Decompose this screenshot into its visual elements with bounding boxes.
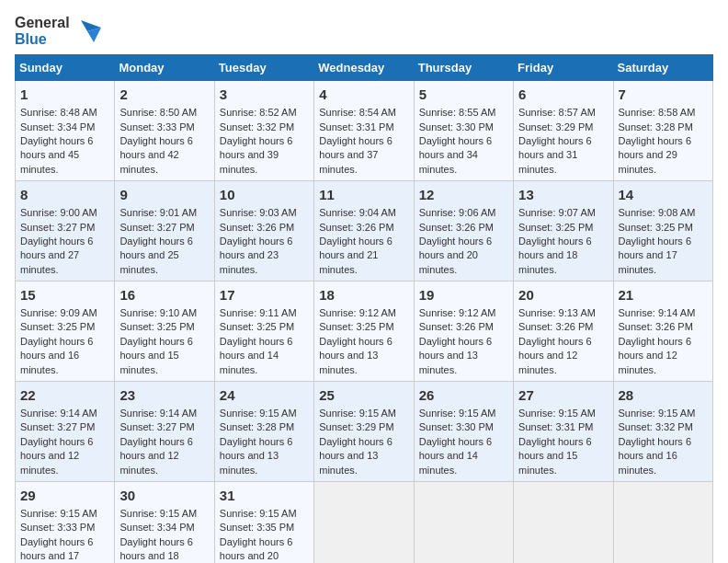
day-number: 9 <box>119 185 209 204</box>
calendar-week-row: 15Sunrise: 9:09 AMSunset: 3:25 PMDayligh… <box>16 282 713 382</box>
daylight: Daylight hours 6 hours and 29 minutes. <box>619 135 692 175</box>
calendar-cell: 29Sunrise: 9:15 AMSunset: 3:33 PMDayligh… <box>16 482 115 564</box>
calendar-week-row: 1Sunrise: 8:48 AMSunset: 3:34 PMDaylight… <box>16 81 713 181</box>
header-monday: Monday <box>115 55 214 81</box>
calendar-cell: 24Sunrise: 9:15 AMSunset: 3:28 PMDayligh… <box>214 382 313 482</box>
day-number: 10 <box>220 185 309 204</box>
sunset: Sunset: 3:27 PM <box>119 222 194 233</box>
sunrise: Sunrise: 8:54 AM <box>319 107 396 118</box>
sunset: Sunset: 3:25 PM <box>119 321 194 332</box>
daylight: Daylight hours 6 hours and 12 minutes. <box>518 336 592 375</box>
sunrise: Sunrise: 8:55 AM <box>419 107 496 118</box>
calendar-cell: 30Sunrise: 9:15 AMSunset: 3:34 PMDayligh… <box>115 482 214 564</box>
sunrise: Sunrise: 9:03 AM <box>220 207 297 218</box>
sunset: Sunset: 3:25 PM <box>518 222 593 233</box>
calendar-header-row: SundayMondayTuesdayWednesdayThursdayFrid… <box>16 55 713 81</box>
sunset: Sunset: 3:25 PM <box>220 321 294 332</box>
sunset: Sunset: 3:31 PM <box>518 421 593 432</box>
daylight: Daylight hours 6 hours and 14 minutes. <box>419 436 493 476</box>
calendar-cell: 6Sunrise: 8:57 AMSunset: 3:29 PMDaylight… <box>514 81 613 181</box>
sunset: Sunset: 3:26 PM <box>319 222 393 233</box>
calendar-cell: 18Sunrise: 9:12 AMSunset: 3:25 PMDayligh… <box>314 282 414 382</box>
sunset: Sunset: 3:31 PM <box>319 121 393 132</box>
header-sunday: Sunday <box>16 55 115 81</box>
daylight: Daylight hours 6 hours and 17 minutes. <box>20 536 94 563</box>
calendar-cell: 13Sunrise: 9:07 AMSunset: 3:25 PMDayligh… <box>514 181 613 282</box>
day-number: 24 <box>220 385 309 405</box>
sunset: Sunset: 3:33 PM <box>20 522 95 533</box>
sunset: Sunset: 3:32 PM <box>619 421 693 432</box>
daylight: Daylight hours 6 hours and 13 minutes. <box>419 336 493 375</box>
calendar-cell: 20Sunrise: 9:13 AMSunset: 3:26 PMDayligh… <box>514 282 613 382</box>
sunrise: Sunrise: 9:15 AM <box>619 408 696 419</box>
sunrise: Sunrise: 9:15 AM <box>119 508 197 519</box>
daylight: Daylight hours 6 hours and 34 minutes. <box>419 135 493 175</box>
sunrise: Sunrise: 9:15 AM <box>220 508 297 519</box>
sunrise: Sunrise: 9:06 AM <box>419 207 496 218</box>
day-number: 6 <box>518 85 608 104</box>
day-number: 16 <box>119 285 209 304</box>
daylight: Daylight hours 6 hours and 12 minutes. <box>619 336 692 375</box>
sunrise: Sunrise: 9:15 AM <box>419 408 496 419</box>
calendar-cell: 2Sunrise: 8:50 AMSunset: 3:33 PMDaylight… <box>115 81 214 181</box>
daylight: Daylight hours 6 hours and 20 minutes. <box>220 536 293 563</box>
logo-line1: General <box>15 15 70 31</box>
sunrise: Sunrise: 9:08 AM <box>619 207 696 218</box>
header-saturday: Saturday <box>613 55 712 81</box>
day-number: 17 <box>220 285 309 304</box>
sunset: Sunset: 3:30 PM <box>419 421 494 432</box>
calendar-cell: 15Sunrise: 9:09 AMSunset: 3:25 PMDayligh… <box>16 282 115 382</box>
sunrise: Sunrise: 9:15 AM <box>20 508 97 519</box>
day-number: 8 <box>20 185 109 204</box>
sunrise: Sunrise: 8:52 AM <box>220 107 297 118</box>
page-header: General Blue <box>15 15 713 47</box>
day-number: 3 <box>220 85 309 104</box>
day-number: 27 <box>518 385 608 405</box>
daylight: Daylight hours 6 hours and 15 minutes. <box>518 436 592 476</box>
daylight: Daylight hours 6 hours and 13 minutes. <box>319 436 392 476</box>
daylight: Daylight hours 6 hours and 13 minutes. <box>220 436 293 476</box>
daylight: Daylight hours 6 hours and 37 minutes. <box>319 135 392 175</box>
calendar-cell: 7Sunrise: 8:58 AMSunset: 3:28 PMDaylight… <box>613 81 712 181</box>
daylight: Daylight hours 6 hours and 13 minutes. <box>319 336 392 375</box>
day-number: 26 <box>419 385 508 405</box>
header-thursday: Thursday <box>414 55 513 81</box>
sunset: Sunset: 3:27 PM <box>119 421 194 432</box>
day-number: 14 <box>619 185 708 204</box>
logo-text-block: General Blue <box>15 15 70 47</box>
day-number: 2 <box>119 85 209 104</box>
sunset: Sunset: 3:27 PM <box>20 222 95 233</box>
daylight: Daylight hours 6 hours and 18 minutes. <box>119 536 193 563</box>
sunrise: Sunrise: 8:57 AM <box>518 107 596 118</box>
calendar-cell: 22Sunrise: 9:14 AMSunset: 3:27 PMDayligh… <box>16 382 115 482</box>
daylight: Daylight hours 6 hours and 12 minutes. <box>119 436 193 476</box>
calendar-cell: 21Sunrise: 9:14 AMSunset: 3:26 PMDayligh… <box>613 282 712 382</box>
daylight: Daylight hours 6 hours and 21 minutes. <box>319 236 392 275</box>
sunset: Sunset: 3:28 PM <box>220 421 294 432</box>
day-number: 18 <box>319 285 408 304</box>
daylight: Daylight hours 6 hours and 25 minutes. <box>119 236 193 275</box>
calendar-cell <box>613 482 712 564</box>
sunrise: Sunrise: 9:14 AM <box>619 307 696 318</box>
day-number: 15 <box>20 285 109 304</box>
calendar-week-row: 22Sunrise: 9:14 AMSunset: 3:27 PMDayligh… <box>16 382 713 482</box>
day-number: 20 <box>518 285 608 304</box>
daylight: Daylight hours 6 hours and 45 minutes. <box>20 135 94 175</box>
daylight: Daylight hours 6 hours and 17 minutes. <box>619 236 692 275</box>
calendar-cell: 10Sunrise: 9:03 AMSunset: 3:26 PMDayligh… <box>214 181 313 282</box>
calendar-week-row: 29Sunrise: 9:15 AMSunset: 3:33 PMDayligh… <box>16 482 713 564</box>
calendar-cell: 12Sunrise: 9:06 AMSunset: 3:26 PMDayligh… <box>414 181 513 282</box>
sunrise: Sunrise: 9:15 AM <box>220 408 297 419</box>
sunset: Sunset: 3:26 PM <box>220 222 294 233</box>
logo-bird-icon <box>74 20 101 42</box>
sunrise: Sunrise: 9:13 AM <box>518 307 596 318</box>
sunset: Sunset: 3:34 PM <box>20 121 95 132</box>
sunset: Sunset: 3:26 PM <box>419 222 494 233</box>
sunrise: Sunrise: 9:15 AM <box>518 408 596 419</box>
sunrise: Sunrise: 8:58 AM <box>619 107 696 118</box>
day-number: 12 <box>419 185 508 204</box>
sunrise: Sunrise: 9:11 AM <box>220 307 297 318</box>
sunrise: Sunrise: 9:15 AM <box>319 408 396 419</box>
sunrise: Sunrise: 9:01 AM <box>119 207 197 218</box>
sunrise: Sunrise: 9:04 AM <box>319 207 396 218</box>
